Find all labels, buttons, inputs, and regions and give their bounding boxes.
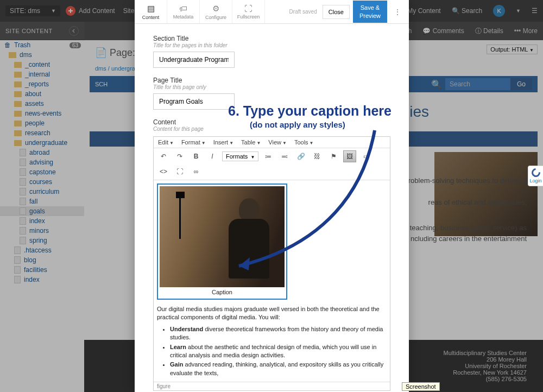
tab-fullscreen[interactable]: ⛶Fullscreen: [232, 0, 265, 23]
output-select[interactable]: Output: HTML ▼: [487, 45, 538, 54]
plus-icon: [66, 6, 75, 16]
hamburger-icon[interactable]: ☰: [532, 7, 538, 15]
edit-modal: ▤Content 🏷Metadata ⚙Configure ⛶Fullscree…: [135, 0, 409, 392]
comments-button[interactable]: 💬 Comments: [422, 27, 464, 35]
menu-table[interactable]: Table▼: [241, 139, 261, 146]
spinner-icon: [529, 167, 542, 179]
page-fall[interactable]: fall: [0, 197, 84, 206]
editor-content[interactable]: Caption Our digital media studies majors…: [154, 180, 390, 382]
tripod-shape: [169, 192, 191, 241]
menu-insert[interactable]: Insert▼: [213, 139, 233, 146]
folder-icon: [14, 121, 22, 127]
avatar[interactable]: K: [493, 5, 505, 17]
nav-item[interactable]: SCH: [95, 81, 108, 87]
page-htaccess[interactable]: .htaccess: [0, 245, 84, 255]
file-icon: [20, 207, 26, 215]
site-menu[interactable]: Site: [123, 7, 135, 15]
figure-caption[interactable]: Caption: [160, 287, 285, 297]
page-courses[interactable]: courses: [0, 177, 84, 187]
page-minors[interactable]: minors: [0, 226, 84, 236]
page-abroad[interactable]: abroad: [0, 148, 84, 157]
section-title-input[interactable]: [153, 52, 235, 68]
chevron-down-icon[interactable]: ▼: [516, 8, 521, 14]
comment-icon: 💬: [422, 27, 431, 35]
file-icon: [20, 168, 26, 176]
close-button[interactable]: Close: [323, 5, 350, 19]
search-link[interactable]: 🔍 Search: [452, 7, 482, 15]
chevron-down-icon: ▼: [529, 48, 534, 53]
image-button[interactable]: 🖼: [343, 150, 356, 162]
figure-image: [160, 186, 285, 287]
page-icon: ▤: [147, 4, 155, 14]
go-button[interactable]: Go: [510, 78, 532, 90]
menu-tools[interactable]: Tools▼: [294, 139, 314, 146]
add-content-button[interactable]: Add Content: [66, 6, 115, 16]
page-capstone[interactable]: capstone: [0, 167, 84, 177]
tag-icon: 🏷: [179, 4, 187, 13]
screenshot-tooltip: Screenshot: [402, 382, 440, 391]
anchor-button[interactable]: ∞: [190, 166, 203, 178]
page-goals[interactable]: goals: [0, 206, 84, 216]
italic-button[interactable]: I: [206, 150, 219, 162]
media-button[interactable]: ▭: [359, 150, 372, 162]
editor-status-path[interactable]: figure: [154, 382, 390, 390]
folder-icon: [14, 111, 22, 117]
trash-row[interactable]: 🗑 Trash 63: [0, 40, 84, 50]
tab-configure[interactable]: ⚙Configure: [200, 0, 232, 23]
bookmark-button[interactable]: ⚑: [327, 150, 340, 162]
file-icon: [20, 159, 26, 166]
search-icon: 🔍: [431, 79, 442, 90]
undo-button[interactable]: ↶: [157, 150, 170, 162]
folder-_reports[interactable]: _reports: [0, 79, 84, 89]
collapse-sidebar-icon[interactable]: [69, 26, 79, 36]
folder-icon: [14, 140, 22, 146]
folder-about[interactable]: about: [0, 89, 84, 99]
folder-assets[interactable]: assets: [0, 99, 84, 109]
bold-button[interactable]: B: [190, 150, 203, 162]
folder-_internal[interactable]: _internal: [0, 69, 84, 79]
my-content-link[interactable]: My Content: [407, 7, 440, 15]
page-blog[interactable]: blog: [0, 255, 84, 265]
kebab-menu-icon[interactable]: ⋮: [390, 8, 405, 16]
tab-content[interactable]: ▤Content: [135, 0, 167, 23]
unlink-button[interactable]: ⛓: [311, 150, 324, 162]
root-folder[interactable]: dms: [0, 50, 84, 60]
page-facilities[interactable]: facilities: [0, 265, 84, 275]
root-label: dms: [20, 51, 32, 59]
folder-people[interactable]: people: [0, 118, 84, 128]
save-preview-button[interactable]: Save &Preview: [353, 1, 387, 23]
folder-icon: [14, 101, 22, 107]
page-index[interactable]: index: [0, 216, 84, 226]
page-curriculum[interactable]: curriculum: [0, 187, 84, 197]
file-icon: [14, 266, 21, 274]
page-title-input[interactable]: [153, 93, 235, 110]
page-spring[interactable]: spring: [0, 236, 84, 245]
page-advising[interactable]: advising: [0, 157, 84, 167]
bullet-list-button[interactable]: ≔: [262, 150, 275, 162]
page-title-label: Page Title: [153, 77, 390, 84]
page-title-hint: Title for this page only: [153, 84, 390, 90]
search-input[interactable]: [445, 78, 510, 90]
formats-select[interactable]: Formats ▼: [222, 151, 258, 161]
folder-research[interactable]: research: [0, 128, 84, 138]
code-button[interactable]: <>: [157, 166, 170, 178]
link-button[interactable]: 🔗: [294, 150, 307, 162]
file-icon: [20, 227, 26, 235]
site-selector[interactable]: SITE: dms ▼: [5, 5, 60, 16]
breadcrumb[interactable]: dms: [95, 65, 106, 72]
fullscreen-toggle[interactable]: ⛶: [173, 166, 186, 178]
number-list-button[interactable]: ≕: [278, 150, 291, 162]
tab-metadata[interactable]: 🏷Metadata: [167, 0, 200, 23]
folder-undergraduate[interactable]: undergraduate: [0, 138, 84, 148]
login-widget[interactable]: Login: [528, 166, 543, 186]
menu-format[interactable]: Format▼: [181, 139, 206, 146]
page-index[interactable]: index: [0, 275, 84, 284]
folder-_content[interactable]: _content: [0, 60, 84, 69]
menu-edit[interactable]: Edit▼: [158, 139, 174, 146]
figure-element[interactable]: Caption: [157, 184, 287, 300]
redo-button[interactable]: ↷: [173, 150, 186, 162]
menu-view[interactable]: View▼: [268, 139, 287, 146]
folder-news-events[interactable]: news-events: [0, 109, 84, 118]
more-button[interactable]: ••• More: [514, 27, 538, 35]
details-button[interactable]: ⓘ Details: [475, 27, 503, 36]
